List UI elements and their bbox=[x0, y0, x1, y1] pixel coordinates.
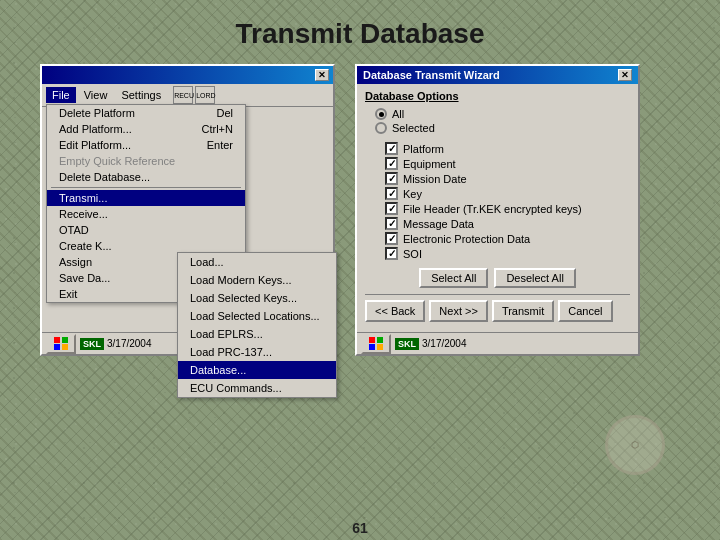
radio-all-button[interactable] bbox=[375, 108, 387, 120]
delete-database-item[interactable]: Delete Database... bbox=[47, 169, 245, 185]
submenu-load-selected-keys[interactable]: Load Selected Keys... bbox=[178, 289, 336, 307]
next-button[interactable]: Next >> bbox=[429, 300, 488, 322]
checkbox-list: ✓ Platform ✓ Equipment ✓ Mission Date ✓ … bbox=[365, 142, 630, 260]
radio-all-row[interactable]: All bbox=[375, 108, 630, 120]
right-panel-title-text: Database Transmit Wizard bbox=[363, 69, 500, 81]
menu-icons: RECU LORD bbox=[173, 86, 215, 104]
right-panel-close-button[interactable]: ✕ bbox=[618, 69, 632, 81]
submenu-popup: Load... Load Modern Keys... Load Selecte… bbox=[177, 252, 337, 398]
checkbox-message-data-label: Message Data bbox=[403, 218, 474, 230]
checkbox-platform[interactable]: ✓ bbox=[385, 142, 398, 155]
submenu-ecu-commands[interactable]: ECU Commands... bbox=[178, 379, 336, 397]
checkbox-message-data-row[interactable]: ✓ Message Data bbox=[385, 217, 630, 230]
right-panel: Database Transmit Wizard ✕ Database Opti… bbox=[355, 64, 640, 356]
left-taskbar-skl: SKL 3/17/2004 bbox=[80, 338, 152, 350]
checkbox-message-data[interactable]: ✓ bbox=[385, 217, 398, 230]
left-panel: ✕ File View Settings RECU LORD Delete Pl… bbox=[40, 64, 335, 356]
checkbox-platform-label: Platform bbox=[403, 143, 444, 155]
left-panel-titlebar: ✕ bbox=[42, 66, 333, 84]
submenu-load-modern-keys[interactable]: Load Modern Keys... bbox=[178, 271, 336, 289]
right-titlebar: Database Transmit Wizard ✕ bbox=[357, 66, 638, 84]
page-title: Transmit Database bbox=[0, 0, 720, 64]
delete-platform-item[interactable]: Delete Platform Del bbox=[47, 105, 245, 121]
content-area: ✕ File View Settings RECU LORD Delete Pl… bbox=[0, 64, 720, 356]
right-start-button[interactable] bbox=[361, 334, 391, 354]
receive-nav-item[interactable]: Receive... bbox=[47, 206, 245, 222]
checkbox-equipment-label: Equipment bbox=[403, 158, 456, 170]
page-number: 61 bbox=[352, 520, 368, 536]
checkbox-mission-date-row[interactable]: ✓ Mission Date bbox=[385, 172, 630, 185]
transmit-button[interactable]: Transmit bbox=[492, 300, 554, 322]
empty-quick-reference-item: Empty Quick Reference bbox=[47, 153, 245, 169]
left-skl-badge: SKL bbox=[80, 338, 104, 350]
database-options-label: Database Options bbox=[365, 90, 630, 102]
checkbox-key[interactable]: ✓ bbox=[385, 187, 398, 200]
checkbox-soi-row[interactable]: ✓ SOI bbox=[385, 247, 630, 260]
right-taskbar: SKL 3/17/2004 bbox=[357, 332, 638, 354]
right-taskbar-time: 3/17/2004 bbox=[422, 338, 467, 349]
checkbox-equipment[interactable]: ✓ bbox=[385, 157, 398, 170]
radio-group: All Selected bbox=[365, 108, 630, 134]
left-panel-close-button[interactable]: ✕ bbox=[315, 69, 329, 81]
bottom-nav-buttons-row: << Back Next >> Transmit Cancel bbox=[365, 294, 630, 322]
right-skl-badge: SKL bbox=[395, 338, 419, 350]
left-taskbar-time: 3/17/2004 bbox=[107, 338, 152, 349]
windows-logo-right-icon bbox=[369, 337, 383, 351]
checkbox-platform-row[interactable]: ✓ Platform bbox=[385, 142, 630, 155]
dropdown-separator bbox=[51, 187, 241, 188]
watermark: ⬡ bbox=[605, 415, 665, 475]
select-all-button[interactable]: Select All bbox=[419, 268, 488, 288]
checkbox-file-header[interactable]: ✓ bbox=[385, 202, 398, 215]
checkbox-soi-label: SOI bbox=[403, 248, 422, 260]
checkbox-mission-date-label: Mission Date bbox=[403, 173, 467, 185]
checkbox-electronic-protection-row[interactable]: ✓ Electronic Protection Data bbox=[385, 232, 630, 245]
radio-selected-button[interactable] bbox=[375, 122, 387, 134]
checkbox-electronic-protection[interactable]: ✓ bbox=[385, 232, 398, 245]
right-taskbar-info: SKL 3/17/2004 bbox=[395, 338, 467, 350]
radio-selected-row[interactable]: Selected bbox=[375, 122, 630, 134]
cancel-button[interactable]: Cancel bbox=[558, 300, 612, 322]
recu-icon: RECU bbox=[173, 86, 193, 104]
menu-view[interactable]: View bbox=[78, 87, 114, 103]
submenu-load-eplrs[interactable]: Load EPLRS... bbox=[178, 325, 336, 343]
menu-file[interactable]: File bbox=[46, 87, 76, 103]
checkbox-soi[interactable]: ✓ bbox=[385, 247, 398, 260]
deselect-all-button[interactable]: Deselect All bbox=[494, 268, 575, 288]
checkbox-electronic-protection-label: Electronic Protection Data bbox=[403, 233, 530, 245]
left-start-button[interactable] bbox=[46, 334, 76, 354]
back-button[interactable]: << Back bbox=[365, 300, 425, 322]
lord-icon: LORD bbox=[195, 86, 215, 104]
submenu-load-prc137[interactable]: Load PRC-137... bbox=[178, 343, 336, 361]
select-buttons-row: Select All Deselect All bbox=[365, 268, 630, 288]
submenu-load[interactable]: Load... bbox=[178, 253, 336, 271]
menu-settings[interactable]: Settings bbox=[115, 87, 167, 103]
edit-platform-item[interactable]: Edit Platform... Enter bbox=[47, 137, 245, 153]
checkbox-equipment-row[interactable]: ✓ Equipment bbox=[385, 157, 630, 170]
checkbox-file-header-row[interactable]: ✓ File Header (Tr.KEK encrypted keys) bbox=[385, 202, 630, 215]
checkbox-key-label: Key bbox=[403, 188, 422, 200]
add-platform-item[interactable]: Add Platform... Ctrl+N bbox=[47, 121, 245, 137]
checkbox-mission-date[interactable]: ✓ bbox=[385, 172, 398, 185]
windows-logo-icon bbox=[54, 337, 68, 351]
checkbox-file-header-label: File Header (Tr.KEK encrypted keys) bbox=[403, 203, 582, 215]
right-content: Database Options All Selected ✓ Platform… bbox=[357, 84, 638, 328]
submenu-database[interactable]: Database... bbox=[178, 361, 336, 379]
checkbox-key-row[interactable]: ✓ Key bbox=[385, 187, 630, 200]
otad-nav-item[interactable]: OTAD bbox=[47, 222, 245, 238]
radio-all-label: All bbox=[392, 108, 404, 120]
submenu-load-selected-locations[interactable]: Load Selected Locations... bbox=[178, 307, 336, 325]
transmit-nav-item[interactable]: Transmi... bbox=[47, 190, 245, 206]
radio-selected-label: Selected bbox=[392, 122, 435, 134]
